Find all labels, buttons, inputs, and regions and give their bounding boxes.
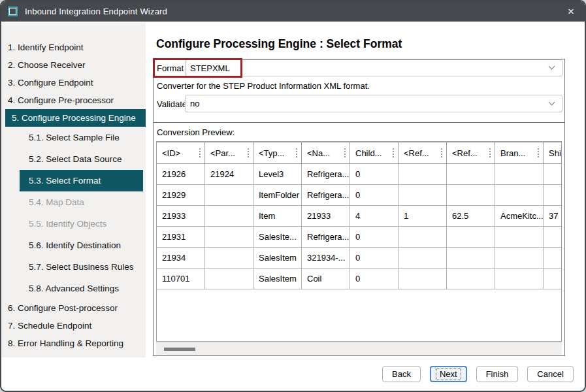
table-cell xyxy=(495,269,544,289)
table-cell: 21929 xyxy=(157,185,205,205)
conversion-preview-label: Conversion Preview: xyxy=(157,127,235,137)
table-row[interactable]: 21929ItemFolderRefrigera...0 xyxy=(157,185,562,206)
table-cell: 0 xyxy=(350,185,399,205)
column-header-label: Bran... xyxy=(500,148,525,158)
column-header-label: Shi xyxy=(549,148,561,158)
table-cell: SalesItem xyxy=(253,269,302,289)
table-cell: Refrigera... xyxy=(302,227,350,247)
table-row[interactable]: 110701SalesItemCoil0 xyxy=(157,269,562,289)
table-cell: 0 xyxy=(350,227,399,247)
finish-button[interactable]: Finish xyxy=(476,366,519,382)
sidebar-step-5[interactable]: 5.2. Select Data Source xyxy=(1,148,146,170)
table-cell xyxy=(447,227,495,247)
sidebar-step-5[interactable]: 5.1. Select Sample File xyxy=(1,127,146,148)
sidebar-step-5[interactable]: 5.7. Select Business Rules xyxy=(1,256,146,278)
next-button[interactable]: Next xyxy=(430,366,467,382)
table-cell xyxy=(205,206,253,226)
sidebar-step-5: 5.4. Map Data xyxy=(1,191,146,213)
sidebar-step-3[interactable]: 3. Configure Endpoint xyxy=(1,74,146,91)
sidebar-step-7[interactable]: 7. Schedule Endpoint xyxy=(1,317,146,335)
cancel-button[interactable]: Cancel xyxy=(527,366,573,382)
table-row[interactable]: 2192621924Level3Refrigera...0 xyxy=(157,164,562,185)
page-title: Configure Processing Engine : Select For… xyxy=(156,37,402,51)
column-header[interactable]: <Na... xyxy=(302,142,350,163)
wizard-buttons: BackNextFinishCancel xyxy=(382,366,574,382)
sidebar-step-5[interactable]: 5. Configure Processing Engine xyxy=(5,109,146,127)
table-cell: 21933 xyxy=(157,206,205,226)
sidebar-step-6[interactable]: 6. Configure Post-processor xyxy=(1,299,146,317)
table-cell xyxy=(399,248,447,268)
window-title: Inbound Integration Endpoint Wizard xyxy=(25,7,167,16)
validate-dropdown[interactable]: no xyxy=(185,95,562,112)
table-cell xyxy=(205,269,253,289)
column-grip-icon[interactable] xyxy=(538,148,539,158)
table-cell: Item xyxy=(253,206,302,226)
sidebar-step-1[interactable]: 1. Identify Endpoint xyxy=(1,39,146,56)
column-header[interactable]: <ID> xyxy=(157,142,205,163)
table-cell xyxy=(205,248,253,268)
validate-dropdown-value: no xyxy=(190,99,199,108)
table-cell: 21931 xyxy=(157,227,205,247)
app-icon xyxy=(8,7,18,16)
button-label: Back xyxy=(392,369,411,379)
column-header-label: <Typ... xyxy=(259,148,284,158)
column-header[interactable]: <Typ... xyxy=(253,142,302,163)
format-label: Format xyxy=(157,63,184,73)
table-row[interactable]: 21934SalesItem321934-...0 xyxy=(157,248,562,269)
wizard-window: Inbound Integration Endpoint Wizard × 1.… xyxy=(0,0,586,392)
sidebar-step-5[interactable]: 5.8. Advanced Settings xyxy=(1,278,146,299)
sidebar-step-8[interactable]: 8. Error Handling & Reporting xyxy=(1,335,146,352)
column-header-label: <Na... xyxy=(307,148,330,158)
table-cell: SalesIte... xyxy=(253,227,302,247)
column-header-label: <Par... xyxy=(210,148,235,158)
column-header[interactable]: Child... xyxy=(350,142,399,163)
sidebar-step-2[interactable]: 2. Choose Receiver xyxy=(1,56,146,74)
table-cell: 21934 xyxy=(157,248,205,268)
scrollbar-thumb[interactable] xyxy=(164,348,195,351)
table-cell xyxy=(447,164,495,184)
column-grip-icon[interactable] xyxy=(344,148,346,158)
column-grip-icon[interactable] xyxy=(199,148,201,158)
column-header[interactable]: Shi xyxy=(544,142,562,163)
validate-label: Validate xyxy=(157,99,187,109)
column-grip-icon[interactable] xyxy=(393,148,394,158)
back-button[interactable]: Back xyxy=(382,366,421,382)
table-cell xyxy=(399,164,447,184)
table-cell xyxy=(399,227,447,247)
column-grip-icon[interactable] xyxy=(296,148,297,158)
format-dropdown[interactable]: STEPXML xyxy=(185,59,562,76)
sidebar-step-5[interactable]: 5.6. Identify Destination xyxy=(1,235,146,256)
horizontal-scrollbar[interactable] xyxy=(156,342,562,355)
column-grip-icon[interactable] xyxy=(489,148,491,158)
column-header[interactable]: Bran... xyxy=(495,142,544,163)
table-cell: 0 xyxy=(350,248,399,268)
column-header[interactable]: <Ref... xyxy=(447,142,495,163)
table-cell: 21924 xyxy=(205,164,253,184)
sidebar-step-5[interactable]: 5.3. Select Format xyxy=(20,170,143,191)
table-cell: 321934-... xyxy=(302,248,350,268)
table-cell: Refrigera... xyxy=(302,164,350,184)
column-header-label: <ID> xyxy=(162,148,180,158)
table-cell: AcmeKitc... xyxy=(495,206,544,226)
table-row[interactable]: 21933Item219334162.5AcmeKitc...37 xyxy=(157,206,562,227)
button-label: Next xyxy=(436,368,461,380)
close-icon[interactable]: × xyxy=(562,3,579,20)
column-grip-icon[interactable] xyxy=(248,148,249,158)
table-cell xyxy=(447,185,495,205)
table-cell: 0 xyxy=(350,164,399,184)
table-cell xyxy=(495,227,544,247)
column-header[interactable]: <Par... xyxy=(205,142,253,163)
table-cell: Level3 xyxy=(253,164,302,184)
sidebar-step-4[interactable]: 4. Configure Pre-processor xyxy=(1,91,146,109)
conversion-preview-section: Conversion Preview: <ID><Par...<Typ...<N… xyxy=(153,122,565,356)
table-cell xyxy=(495,164,544,184)
table-cell: 62.5 xyxy=(447,206,495,226)
column-grip-icon[interactable] xyxy=(441,148,442,158)
button-label: Finish xyxy=(486,369,509,379)
table-cell: 21933 xyxy=(302,206,350,226)
table-cell xyxy=(544,269,562,289)
table-cell: 37 xyxy=(544,206,562,226)
table-cell xyxy=(544,185,562,205)
column-header[interactable]: <Ref... xyxy=(399,142,447,163)
table-row[interactable]: 21931SalesIte...Refrigera...0 xyxy=(157,227,562,248)
